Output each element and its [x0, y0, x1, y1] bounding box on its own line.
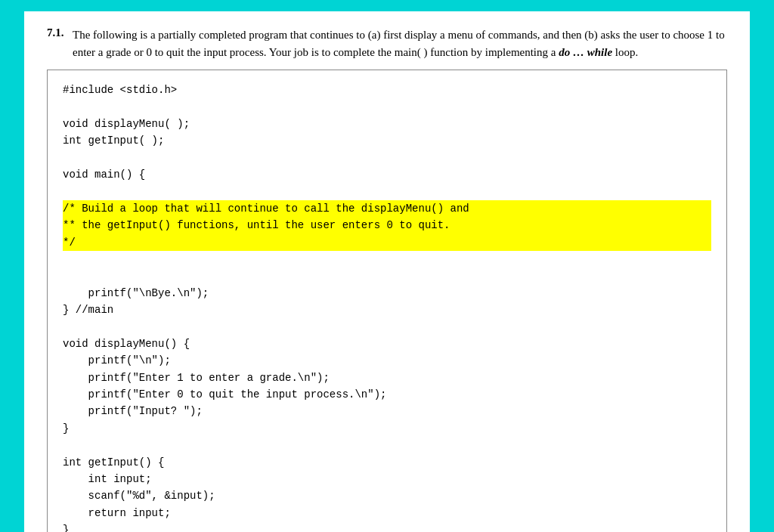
code-line-highlighted-2: ** the getInput() functions, until the u… — [63, 217, 711, 234]
question-header: 7.1. The following is a partially comple… — [47, 26, 727, 60]
code-empty-2 — [63, 150, 711, 166]
code-empty-6 — [63, 318, 711, 335]
code-line-highlighted-1: /* Build a loop that will continue to ca… — [63, 200, 711, 217]
code-line-5: printf("\nBye.\n"); — [63, 285, 711, 302]
code-line-14: int input; — [63, 471, 711, 487]
code-line-13: int getInput() { — [63, 454, 711, 471]
do-while-label: do … while — [559, 46, 612, 58]
code-empty-3 — [63, 183, 711, 200]
code-line-16: return input; — [63, 505, 711, 521]
question-number: 7.1. — [47, 26, 70, 39]
code-empty-5 — [63, 268, 711, 284]
code-line-7: void displayMenu() { — [63, 336, 711, 352]
code-line-8: printf("\n"); — [63, 352, 711, 369]
code-line-6: } //main — [63, 302, 711, 318]
code-line-12: } — [63, 420, 711, 437]
question-text: The following is a partially completed p… — [73, 26, 727, 60]
code-empty-1 — [63, 98, 711, 115]
code-line-17: } — [63, 521, 711, 532]
page-content: 7.1. The following is a partially comple… — [24, 11, 750, 532]
code-block: #include <stdio.h> void displayMenu( ); … — [47, 70, 727, 532]
code-line-9: printf("Enter 1 to enter a grade.\n"); — [63, 370, 711, 386]
code-line-15: scanf("%d", &input); — [63, 487, 711, 504]
code-line-1: #include <stdio.h> — [63, 82, 711, 98]
code-line-2: void displayMenu( ); — [63, 116, 711, 132]
code-line-3: int getInput( ); — [63, 132, 711, 149]
code-line-11: printf("Input? "); — [63, 403, 711, 419]
code-line-highlighted-3: */ — [63, 234, 711, 251]
code-empty-4 — [63, 251, 711, 268]
code-line-10: printf("Enter 0 to quit the input proces… — [63, 386, 711, 403]
code-empty-7 — [63, 437, 711, 453]
code-line-4: void main() { — [63, 166, 711, 183]
